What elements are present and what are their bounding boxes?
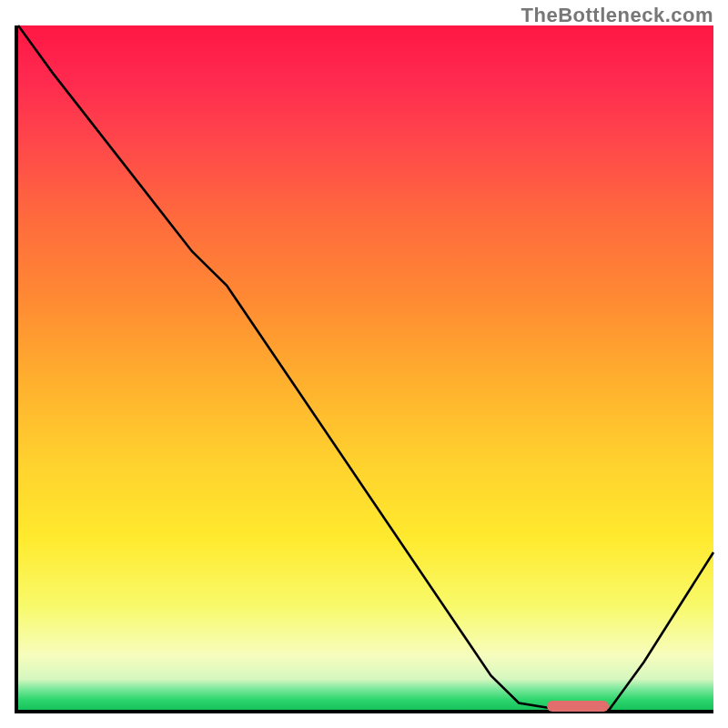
- plot-area: [15, 25, 713, 713]
- watermark-label: TheBottleneck.com: [521, 4, 713, 27]
- chart-canvas: TheBottleneck.com: [0, 0, 728, 728]
- curve-layer: [18, 25, 713, 710]
- optimal-range-marker: [547, 701, 610, 712]
- bottleneck-curve: [18, 25, 713, 710]
